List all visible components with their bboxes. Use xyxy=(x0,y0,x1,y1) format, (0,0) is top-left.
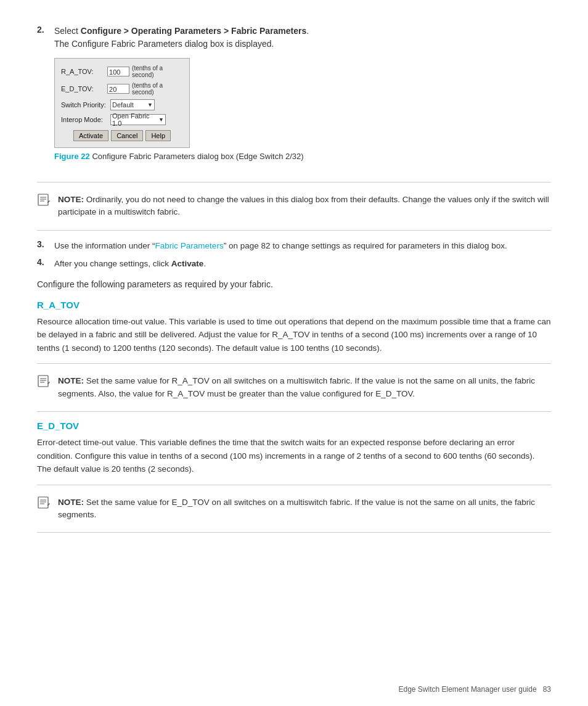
note-icon-1 xyxy=(37,194,51,219)
divider-3 xyxy=(37,363,551,364)
step-3-block: 3. Use the information under “Fabric Par… xyxy=(37,239,551,253)
dialog-label-ratov: R_A_TOV: xyxy=(61,68,107,75)
dialog-row-ratov: R_A_TOV: 100 (tenths of a second) xyxy=(61,65,183,78)
dialog-label-edtov: E_D_TOV: xyxy=(61,85,107,92)
dialog-select-switchpriority-value: Default xyxy=(112,101,134,109)
dialog-hint-edtov: (tenths of a second) xyxy=(132,82,183,96)
svg-rect-0 xyxy=(38,194,48,205)
step-2-block: 2. Select Configure > Operating Paramete… xyxy=(37,25,551,172)
step-4-text-before: After you change settings, click xyxy=(54,259,171,268)
note-2-text: NOTE: Set the same value for R_A_TOV on … xyxy=(58,375,551,400)
note-3-label: NOTE: xyxy=(58,498,84,507)
note-1-body: Ordinarily, you do not need to change th… xyxy=(58,195,549,216)
cancel-button[interactable]: Cancel xyxy=(111,130,143,141)
page-content: 2. Select Configure > Operating Paramete… xyxy=(0,0,588,578)
step-2-text: Select Configure > Operating Parameters … xyxy=(54,25,551,51)
dialog-row-switchpriority: Switch Priority: Default ▼ xyxy=(61,99,183,110)
section-ed-tov-body: Error-detect time-out value. This variab… xyxy=(37,436,551,476)
section-ra-tov-heading: R_A_TOV xyxy=(37,300,551,310)
intro-paragraph: Configure the following parameters as re… xyxy=(37,278,551,291)
dialog-row-interopmode: Interop Mode: Open Fabric 1.0 ▼ xyxy=(61,114,183,125)
step-2-intro: Select xyxy=(54,26,81,36)
dropdown-arrow-icon-2: ▼ xyxy=(158,117,164,123)
note-2-body: Set the same value for R_A_TOV on all sw… xyxy=(58,376,535,398)
dialog-label-interopmode: Interop Mode: xyxy=(61,116,110,123)
dialog-hint-ratov: (tenths of a second) xyxy=(132,65,183,78)
dialog-row-edtov: E_D_TOV: 20 (tenths of a second) xyxy=(61,82,183,96)
dialog-buttons: Activate Cancel Help xyxy=(61,130,183,141)
divider-6 xyxy=(37,532,551,533)
note-2-label: NOTE: xyxy=(58,376,84,385)
step-4-block: 4. After you change settings, click Acti… xyxy=(37,257,551,271)
step-2-bold: Configure > Operating Parameters > Fabri… xyxy=(81,26,306,36)
divider-5 xyxy=(37,485,551,485)
step-2-intro2: . xyxy=(306,26,309,36)
step-3-link[interactable]: Fabric Parameters xyxy=(155,241,224,250)
section-ra-tov-body: Resource allocation time-out value. This… xyxy=(37,315,551,355)
note-icon-2 xyxy=(37,375,51,400)
step-2-line2: The Configure Fabric Parameters dialog b… xyxy=(54,39,274,49)
dropdown-arrow-icon: ▼ xyxy=(147,102,153,108)
footer-page: 83 xyxy=(543,685,551,694)
note-icon-3 xyxy=(37,496,51,522)
note-1-label: NOTE: xyxy=(58,195,84,204)
divider-1 xyxy=(37,182,551,183)
step-4-content: After you change settings, click Activat… xyxy=(54,257,551,271)
note-3-text: NOTE: Set the same value for E_D_TOV on … xyxy=(58,496,551,522)
footer-text: Edge Switch Element Manager user guide xyxy=(398,685,536,694)
dialog-label-switchpriority: Switch Priority: xyxy=(61,101,110,109)
step-3-number: 3. xyxy=(37,239,48,253)
step-4-bold: Activate xyxy=(171,259,204,268)
divider-2 xyxy=(37,230,551,231)
step-3-text-after: ” on page 82 to change settings as requi… xyxy=(224,241,507,250)
figure-caption: Figure 22 Configure Fabric Parameters di… xyxy=(54,152,551,161)
note-3-block: NOTE: Set the same value for E_D_TOV on … xyxy=(37,494,551,524)
dialog-select-switchpriority[interactable]: Default ▼ xyxy=(110,99,155,110)
step-3-content: Use the information under “Fabric Parame… xyxy=(54,239,551,253)
dialog-screenshot: R_A_TOV: 100 (tenths of a second) E_D_TO… xyxy=(54,58,190,148)
dialog-select-interopmode[interactable]: Open Fabric 1.0 ▼ xyxy=(110,114,166,125)
step-4-text-after: . xyxy=(203,259,206,268)
help-button[interactable]: Help xyxy=(145,130,171,141)
dialog-input-ratov[interactable]: 100 xyxy=(107,67,129,76)
divider-4 xyxy=(37,411,551,412)
footer: Edge Switch Element Manager user guide 8… xyxy=(398,685,551,694)
step-4-number: 4. xyxy=(37,257,48,271)
dialog-input-edtov[interactable]: 20 xyxy=(107,84,129,94)
note-2-block: NOTE: Set the same value for R_A_TOV on … xyxy=(37,372,551,403)
note-1-text: NOTE: Ordinarily, you do not need to cha… xyxy=(58,194,551,219)
svg-rect-5 xyxy=(38,376,48,387)
step-3-text-before: Use the information under “ xyxy=(54,241,155,250)
svg-rect-10 xyxy=(38,497,48,508)
step-2-content: Select Configure > Operating Parameters … xyxy=(54,25,551,172)
step-2-number: 2. xyxy=(37,25,48,172)
figure-caption-text: Configure Fabric Parameters dialog box (… xyxy=(92,152,303,161)
activate-button[interactable]: Activate xyxy=(73,130,108,141)
dialog-select-interopmode-value: Open Fabric 1.0 xyxy=(112,112,158,127)
section-ed-tov-heading: E_D_TOV xyxy=(37,421,551,431)
note-1-block: NOTE: Ordinarily, you do not need to cha… xyxy=(37,191,551,221)
note-3-body: Set the same value for E_D_TOV on all sw… xyxy=(58,498,535,519)
figure-label: Figure 22 xyxy=(54,152,90,161)
